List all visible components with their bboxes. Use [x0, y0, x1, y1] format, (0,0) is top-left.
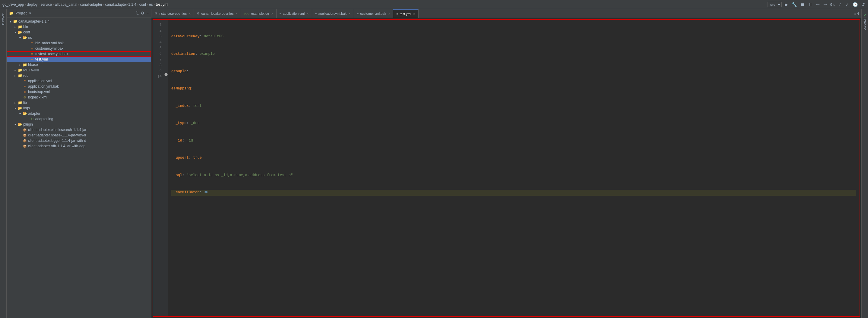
tree-hbase[interactable]: ▸ 📁 hbase — [7, 62, 151, 67]
tree-customer[interactable]: ▸ ≡ customer.yml.bak — [7, 46, 151, 51]
tab-application-yml-bak-close[interactable]: × — [349, 12, 350, 15]
tree-bin[interactable]: ▸ 📁 bin — [7, 24, 151, 30]
tab-test-yml[interactable]: ≡ test.yml × — [393, 9, 418, 18]
redo-icon[interactable]: ↪ — [823, 2, 828, 7]
tab-canal-local-close[interactable]: × — [236, 12, 237, 15]
breadcrumb-es[interactable]: es — [149, 2, 153, 7]
breadcrumb-alibaba-canal[interactable]: alibaba_canal — [55, 2, 77, 7]
breadcrumb-service[interactable]: service — [40, 2, 52, 7]
tree-logs[interactable]: ▾ 📂 logs — [7, 105, 151, 111]
meta-inf-folder-icon: 📁 — [18, 68, 22, 72]
breadcrumb-conf[interactable]: conf — [140, 2, 146, 7]
code-line-3: groupId: — [171, 69, 856, 74]
tab-application-yml-bak[interactable]: ≡ application.yml.bak × — [312, 9, 354, 18]
code-body[interactable]: dataSourceKey: defaultDS destination: ex… — [168, 20, 860, 316]
breadcrumb-sep-6: › — [147, 3, 148, 6]
sidebar-dropdown-icon[interactable]: ▼ — [28, 11, 32, 15]
tree-lib[interactable]: ▸ 📁 lib — [7, 100, 151, 105]
build-icon[interactable]: 🔧 — [791, 2, 798, 7]
git-revert-icon[interactable]: ↺ — [861, 2, 866, 7]
sidebar-minimize-icon[interactable]: − — [146, 11, 149, 15]
breadcrumb-go-ulive-app[interactable]: go_ulive_app — [2, 2, 24, 7]
line-numbers: 1 2 3 4 5 6 7 8 9 10 — [153, 20, 164, 316]
bin-label: bin — [23, 25, 28, 29]
breadcrumb-deploy[interactable]: deploy — [27, 2, 37, 7]
client-logger-label: client-adapter.logger-1.1.4-jar-with-d — [28, 139, 86, 143]
tab-application-yml-close[interactable]: × — [307, 12, 309, 15]
line-num-4: 4 — [156, 40, 162, 45]
bootstrap-yml-label: bootstrap.yml — [28, 90, 50, 94]
breadcrumb-canal-adapter-version[interactable]: canal.adapter-1.1.4 — [105, 2, 136, 7]
breadcrumb-sep-1: › — [38, 3, 39, 6]
pause-icon[interactable]: ⏸ — [808, 2, 813, 7]
lib-folder-icon: 📁 — [18, 101, 22, 105]
code-line-1: dataSourceKey: defaultDS — [171, 34, 856, 39]
tree-test-yml[interactable]: ▸ ≡ test.yml — [7, 57, 151, 62]
code-line-2: destination: example — [171, 51, 856, 57]
tab-test-yml-close[interactable]: × — [413, 12, 415, 16]
hbase-label: hbase — [28, 63, 38, 67]
conf-folder-icon: 📂 — [18, 30, 22, 34]
tree-client-rdb[interactable]: ▸ 📦 client-adapter.rdb-1.1.4-jar-with-de… — [7, 143, 151, 149]
tree-application-yml-bak[interactable]: ▸ ≡ application.yml.bak — [7, 84, 151, 89]
logs-folder-icon: 📂 — [18, 106, 22, 110]
client-hbase-label: client-adapter.hbase-1.1.4-jar-with-d — [28, 133, 86, 137]
tree-client-es[interactable]: ▸ 📦 client-adapter.elasticsearch-1.1.4-j… — [7, 127, 151, 133]
rdb-folder-icon: 📁 — [18, 73, 22, 78]
adapter-folder-arrow: ▾ — [18, 112, 22, 115]
plugin-arrow: ▾ — [13, 123, 18, 126]
git-history-icon[interactable]: 🕐 — [852, 2, 858, 7]
lib-arrow: ▸ — [13, 101, 18, 105]
tree-plugin[interactable]: ▾ 📂 plugin — [7, 122, 151, 127]
tree-meta-inf[interactable]: ▸ 📁 META-INF — [7, 67, 151, 73]
tree-es[interactable]: ▾ 📂 es — [7, 35, 151, 40]
tab-extra[interactable]: ≡ 4 — [852, 12, 861, 15]
sidebar-tree: ▾ 📁 canal.adapter-1.1.4 ▸ 📁 bin ▾ 📂 conf… — [7, 17, 151, 318]
tree-logback-xml[interactable]: ▸ ⚙ logback.xml — [7, 95, 151, 100]
tree-bootstrap-yml[interactable]: ▸ ≡ bootstrap.yml — [7, 89, 151, 95]
tree-mytest-user[interactable]: ▸ ≡ mytest_user.yml.bak — [7, 51, 151, 57]
line-num-8: 8 — [156, 63, 162, 68]
client-rdb-label: client-adapter.rdb-1.1.4-jar-with-dep — [28, 144, 85, 148]
sidebar-gear-icon[interactable]: ⚙ — [141, 11, 145, 15]
adapter-folder-label: adapter — [28, 111, 40, 116]
tree-conf[interactable]: ▾ 📂 conf — [7, 30, 151, 35]
tree-client-logger[interactable]: ▸ 📦 client-adapter.logger-1.1.4-jar-with… — [7, 138, 151, 143]
tree-adapter-log[interactable]: ▸ LOG adapter.log — [7, 116, 151, 122]
bin-folder-icon: 📁 — [18, 25, 22, 29]
tab-example-log-icon: LOG — [244, 12, 250, 15]
bootstrap-yml-icon: ≡ — [22, 90, 27, 94]
breadcrumb-canal-adapter[interactable]: canal-adapter — [80, 2, 102, 7]
line-num-5: 5 — [156, 45, 162, 51]
run-icon[interactable]: ▶ — [784, 2, 789, 7]
client-rdb-icon: 📦 — [22, 144, 27, 148]
tab-test-yml-label: test.yml — [400, 12, 411, 16]
right-strip: ✓ Database — [861, 9, 868, 318]
tree-adapter-folder[interactable]: ▾ 📂 adapter — [7, 111, 151, 116]
tree-root[interactable]: ▾ 📁 canal.adapter-1.1.4 — [7, 19, 151, 24]
breadcrumb-test-yml[interactable]: test.yml — [156, 2, 168, 7]
project-label[interactable]: 1: Project — [1, 13, 5, 25]
database-label[interactable]: Database — [863, 17, 867, 30]
tab-example-log[interactable]: LOG example.log × — [241, 9, 277, 18]
tab-customer-yml-bak-close[interactable]: × — [388, 12, 390, 15]
tab-instance-close[interactable]: × — [189, 12, 191, 15]
git-check-icon[interactable]: ✓ — [838, 2, 842, 7]
tab-canal-local-properties[interactable]: ⚙ canal_local.properties × — [194, 9, 241, 18]
code-line-5: _index: test — [171, 103, 856, 109]
logs-label: logs — [23, 106, 30, 110]
tree-rdb[interactable]: ▸ 📁 rdb — [7, 73, 151, 78]
stop-icon[interactable]: ⏹ — [800, 2, 805, 7]
tree-client-hbase[interactable]: ▸ 📦 client-adapter.hbase-1.1.4-jar-with-… — [7, 133, 151, 138]
tree-biz-order[interactable]: ▸ ≡ biz_order.yml.bak — [7, 40, 151, 46]
git-check2-icon[interactable]: ✓ — [845, 2, 849, 7]
tab-instance-properties[interactable]: ⚙ instance.properties × — [151, 9, 194, 18]
line-num-6: 6 — [156, 51, 162, 57]
sys-select[interactable]: sys — [768, 2, 782, 7]
sidebar-settings-icon[interactable]: ⇅ — [136, 11, 139, 15]
tab-application-yml[interactable]: ≡ application.yml × — [277, 9, 312, 18]
tab-customer-yml-bak[interactable]: ≡ customer.yml.bak × — [354, 9, 394, 18]
tab-example-log-close[interactable]: × — [271, 12, 273, 15]
undo-icon[interactable]: ↩ — [815, 2, 820, 7]
tree-application-yml[interactable]: ▸ ≡ application.yml — [7, 78, 151, 84]
